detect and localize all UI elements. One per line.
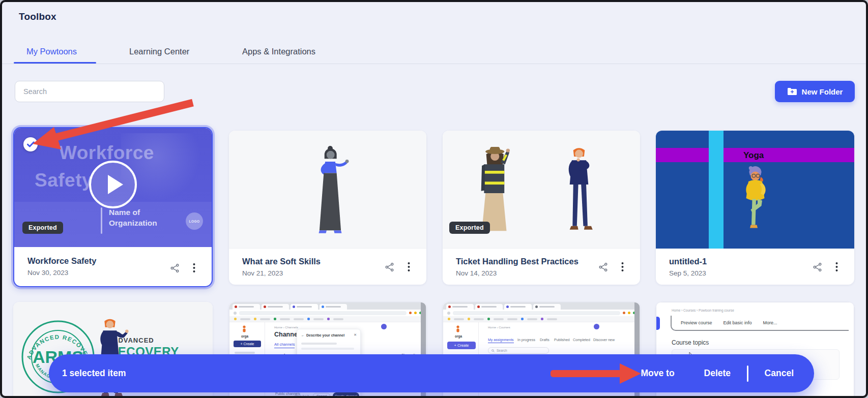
page-title: Toolbox [19,11,56,22]
yoga-character-illustration [739,166,773,230]
browser-tab-strip [229,302,426,310]
courses-tab-1: In progress [517,338,535,342]
modal-back-arrow: ← [301,333,305,337]
new-folder-label: New Folder [802,87,843,96]
workforce-safety-thumbnail: Workforce Safety Name ofOrganization LOG… [14,128,212,247]
thumb-text-line2: Safety [35,170,93,191]
browser-address-bar [443,310,640,316]
thumb-logo-circle: LOGO [186,212,203,230]
scroll-indicator-pill [656,317,660,330]
screenshot-create-channel-button: Create channel [333,392,359,398]
folder-plus-icon [787,87,797,96]
screenshot-step-indicator: Step 2 / 3 [295,394,309,398]
selection-checkbox[interactable] [23,137,38,151]
screenshot-search-placeholder: Search [497,349,507,352]
kebab-menu-icon [408,262,410,272]
browser-tab-strip [443,302,640,310]
powtoon-date: Nov 21, 2023 [242,269,321,277]
orga-logo-mascot [454,325,461,334]
screenshot-create-button: + Create [234,341,261,347]
screenshot-tab-all-channels: All channels [274,342,295,348]
card-footer-text: Workforce Safety Nov 30, 2023 [27,256,96,277]
screenshot-heading: Course topics [672,339,709,346]
browser-bookmarks-bar [229,316,426,322]
orga-logo-text: orga [455,334,462,338]
app-window: Toolbox My Powtoons Learning Center Apps… [0,0,868,398]
share-button[interactable] [596,260,610,273]
play-icon [108,175,123,194]
card-menu-button[interactable] [187,261,200,274]
screenshot-create-button: + Create [447,342,476,349]
course-tab-0: Preview course [681,320,712,325]
card-menu-button[interactable] [830,260,843,273]
powtoon-title: What are Soft Skills [242,257,321,266]
browser-bookmarks-bar [443,316,640,322]
check-icon [27,141,35,147]
tab-learning-center[interactable]: Learning Center [129,47,189,56]
selected-count-text: 1 selected item [62,368,633,379]
exported-badge: Exported [449,222,490,234]
share-button[interactable] [811,260,824,273]
orga-logo-mascot [241,325,248,334]
share-icon [598,262,608,272]
tabs-divider [2,64,868,64]
play-button[interactable] [89,161,137,208]
search-input[interactable] [15,81,164,102]
new-folder-button[interactable]: New Folder [775,81,855,102]
card-menu-button[interactable] [616,260,629,273]
ticket-handling-thumbnail: Exported [443,131,640,249]
courses-tab-5: Discover new [593,338,615,342]
card-footer-text: untitled-1 Sep 5, 2023 [669,257,707,277]
search-icon [491,349,495,352]
screenshot-avatar [594,324,599,329]
browser-address-bar [229,310,426,316]
card-footer-text: What are Soft Skills Nov 21, 2023 [242,257,321,277]
share-icon [385,262,394,272]
courses-tab-2: Drafts [540,338,549,342]
courses-tab-0: My assignments [488,338,514,343]
tab-my-powtoons[interactable]: My Powtoons [26,47,77,56]
soft-skills-thumbnail [229,131,426,249]
kebab-menu-icon [835,262,838,272]
firefighter-character-illustration [469,147,525,232]
tab-apps-integrations[interactable]: Apps & Integrations [242,47,315,56]
powtoon-card-workforce-safety[interactable]: Workforce Safety Name ofOrganization LOG… [13,127,213,287]
screenshot-cancel-button: Cancel [313,393,330,398]
yoga-cyan-stripe [709,131,724,249]
screenshot-tab-strip: Preview course Edit basic info More... [671,316,849,331]
powtoon-card-soft-skills[interactable]: What are Soft Skills Nov 21, 2023 [229,131,426,285]
woman-character-illustration [308,146,352,235]
yoga-title-text: Yoga [743,150,764,161]
powtoon-card-ticket-handling[interactable]: Exported Ticket Handling Best Practices … [443,131,640,285]
kebab-menu-icon [193,263,195,273]
screenshot-breadcrumb: Home › Courses [488,326,510,329]
thumb-org-name: Name ofOrganization [109,207,157,229]
screenshot-avatar [381,324,387,329]
screenshot-breadcrumb: Home › Channels [274,326,298,329]
share-icon [170,263,180,273]
course-tab-2: More... [763,320,777,325]
selection-action-bar: 1 selected item Move to Delete Cancel [49,354,814,392]
powtoon-date: Nov 30, 2023 [27,269,96,277]
modal-title: Describe your channel [306,333,344,337]
cancel-button[interactable]: Cancel [758,364,801,383]
share-button[interactable] [383,260,396,273]
courses-tab-3: Published [554,338,570,342]
thumb-text-line1: Workforce [59,142,154,164]
powtoon-card-untitled-1[interactable]: Yoga untitled-1 Sep 5, 2023 [656,131,854,285]
thumb-org-divider [101,207,102,234]
powtoon-title: Ticket Handling Best Practices [456,257,578,266]
delete-button[interactable]: Delete [697,364,738,383]
courses-tab-4: Completed [573,338,590,342]
suit-man-character-illustration [557,146,601,235]
screenshot-breadcrumb: Home › Courses › Powtoon training course [672,309,734,312]
kebab-menu-icon [621,262,624,272]
modal-close-icon: ✕ [354,333,357,337]
yoga-thumbnail: Yoga [656,131,854,249]
card-menu-button[interactable] [402,260,415,273]
share-button[interactable] [168,261,181,274]
powtoon-title: Workforce Safety [27,256,96,266]
move-to-button[interactable]: Move to [633,364,681,383]
powtoon-date: Nov 14, 2023 [456,269,578,277]
course-tab-1: Edit basic info [724,320,752,325]
